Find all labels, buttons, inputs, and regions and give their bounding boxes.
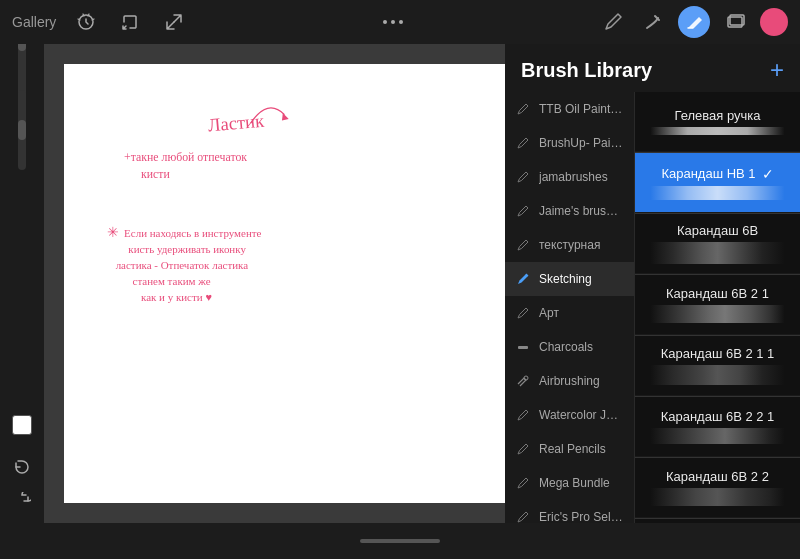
category-label-mega: Mega Bundle (539, 476, 610, 490)
brush-preview-karandash-6b-211 (643, 365, 792, 385)
brush-preview-gelev-ruchka (643, 127, 792, 135)
category-item-real-pencils[interactable]: Real Pencils (505, 432, 634, 466)
brush-item-karandash-6b-221[interactable]: Карандаш 6В 2 2 1 (635, 397, 800, 457)
category-label-texture: текстурная (539, 238, 600, 252)
brush-list: Гелевая ручкаКарандаш HB 1✓Карандаш 6ВКа… (635, 92, 800, 523)
category-label-erics-pro: Eric's Pro Selection (539, 510, 624, 523)
undo-button[interactable] (8, 453, 36, 481)
category-label-jaime: Jaime's brushes (539, 204, 624, 218)
brush-name-karandash-6b-221: Карандаш 6В 2 2 1 (661, 409, 775, 424)
brush-item-karandash-hb1[interactable]: Карандаш HB 1✓ (635, 153, 800, 213)
category-icon-texture (515, 237, 531, 253)
category-label-charcoals: Charcoals (539, 340, 593, 354)
svg-text:Ластик: Ластик (207, 110, 266, 136)
category-icon-real-pencils (515, 441, 531, 457)
brush-name-karandash-6b: Карандаш 6В (677, 223, 758, 238)
more-options[interactable] (383, 20, 403, 24)
brush-check-icon: ✓ (762, 166, 774, 182)
color-swatch[interactable] (8, 411, 36, 439)
category-label-airbrushing: Airbrushing (539, 374, 600, 388)
category-item-erics-pro[interactable]: Eric's Pro Selection (505, 500, 634, 523)
category-label-real-pencils: Real Pencils (539, 442, 606, 456)
opacity-slider[interactable] (8, 52, 36, 80)
category-icon-airbrushing (515, 373, 531, 389)
main-area: Ластик +такне любой отпечаток кисти ✳ Ес… (0, 44, 800, 523)
brush-preview-karandash-6b (643, 242, 792, 264)
category-item-mega[interactable]: Mega Bundle (505, 466, 634, 500)
canvas-area: Ластик +такне любой отпечаток кисти ✳ Ес… (44, 44, 505, 523)
category-icon-sketching (515, 271, 531, 287)
category-label-ttb-oil: TTB Oil Paint 2018 (539, 102, 624, 116)
brush-preview-karandash-6b-22 (643, 488, 792, 506)
layers-icon[interactable] (720, 7, 750, 37)
brush-library-header: Brush Library + (505, 44, 800, 92)
svg-text:+такне любой отпечаток: +такне любой отпечаток (124, 150, 247, 164)
smudge-tool-icon[interactable] (638, 7, 668, 37)
avatar[interactable] (760, 8, 788, 36)
category-icon-charcoals (515, 339, 531, 355)
category-icon-mega (515, 475, 531, 491)
svg-text:как и у кисти ♥: как и у кисти ♥ (141, 291, 212, 303)
brush-item-karandash-6b-211[interactable]: Карандаш 6В 2 1 1 (635, 336, 800, 396)
brush-library-panel: Brush Library + TTB Oil Paint 2018BrushU… (505, 44, 800, 523)
pencil-tool-icon[interactable] (598, 7, 628, 37)
toolbar-left: Gallery (12, 8, 188, 36)
category-item-sketching[interactable]: Sketching (505, 262, 634, 296)
category-item-airbrushing[interactable]: Airbrushing (505, 364, 634, 398)
category-item-jama[interactable]: jamabrushes (505, 160, 634, 194)
brush-active-icon[interactable] (678, 6, 710, 38)
category-label-watercolor: Watercolor JA 1.0 (539, 408, 624, 422)
category-icon-ttb-oil (515, 101, 531, 117)
brush-library-body: TTB Oil Paint 2018BrushUp- Paint Pack...… (505, 92, 800, 523)
toolbar: Gallery (0, 0, 800, 44)
add-brush-button[interactable]: + (770, 58, 784, 82)
category-label-art: Арт (539, 306, 559, 320)
svg-text:станем таким же: станем таким же (133, 275, 211, 287)
category-list: TTB Oil Paint 2018BrushUp- Paint Pack...… (505, 92, 635, 523)
category-icon-jaime (515, 203, 531, 219)
svg-text:кисть удерживать иконку: кисть удерживать иконку (128, 243, 246, 255)
svg-text:ластика - Отпечаток ластика: ластика - Отпечаток ластика (116, 259, 249, 271)
brush-preview-karandash-6b-221 (643, 428, 792, 444)
gallery-button[interactable]: Gallery (12, 14, 56, 30)
brush-item-karandash-6b[interactable]: Карандаш 6В (635, 214, 800, 274)
category-item-texture[interactable]: текстурная (505, 228, 634, 262)
toolbar-right (598, 6, 788, 38)
brush-item-gelev-ruchka[interactable]: Гелевая ручка (635, 92, 800, 152)
brush-name-karandash-hb1: Карандаш HB 1 (661, 166, 755, 181)
brush-name-karandash-6b-21: Карандаш 6В 2 1 (666, 286, 769, 301)
brush-library-title: Brush Library (521, 59, 652, 82)
canvas-paper[interactable]: Ластик +такне любой отпечаток кисти ✳ Ес… (64, 64, 505, 503)
modify-icon[interactable] (72, 8, 100, 36)
toolbar-center (383, 20, 403, 24)
transform-icon[interactable] (160, 8, 188, 36)
redo-button[interactable] (8, 487, 36, 515)
category-item-brushup[interactable]: BrushUp- Paint Pack... (505, 126, 634, 160)
left-panel (0, 44, 44, 523)
brush-name-karandash-6b-22: Карандаш 6В 2 2 (666, 469, 769, 484)
brush-item-karandash-6b-22[interactable]: Карандаш 6В 2 2 (635, 458, 800, 518)
category-label-brushup: BrushUp- Paint Pack... (539, 136, 624, 150)
brush-item-karandash-6b-21[interactable]: Карандаш 6В 2 1 (635, 275, 800, 335)
category-item-watercolor[interactable]: Watercolor JA 1.0 (505, 398, 634, 432)
category-item-ttb-oil[interactable]: TTB Oil Paint 2018 (505, 92, 634, 126)
svg-text:✳: ✳ (107, 225, 119, 240)
bottom-handle (360, 539, 440, 543)
brush-name-karandash-6b-211: Карандаш 6В 2 1 1 (661, 346, 775, 361)
category-icon-brushup (515, 135, 531, 151)
category-item-jaime[interactable]: Jaime's brushes (505, 194, 634, 228)
size-slider[interactable] (8, 116, 36, 144)
svg-text:Если находясь в инструменте: Если находясь в инструменте (124, 227, 261, 239)
category-item-charcoals[interactable]: Charcoals (505, 330, 634, 364)
category-icon-jama (515, 169, 531, 185)
brush-preview-karandash-hb1 (643, 186, 792, 200)
category-icon-watercolor (515, 407, 531, 423)
category-icon-erics-pro (515, 509, 531, 523)
category-item-art[interactable]: Арт (505, 296, 634, 330)
brush-preview-karandash-6b-21 (643, 305, 792, 323)
selection-icon[interactable] (116, 8, 144, 36)
category-label-jama: jamabrushes (539, 170, 608, 184)
svg-text:кисти: кисти (141, 167, 170, 181)
canvas-drawing: Ластик +такне любой отпечаток кисти ✳ Ес… (64, 64, 505, 503)
bottom-bar (0, 523, 800, 559)
